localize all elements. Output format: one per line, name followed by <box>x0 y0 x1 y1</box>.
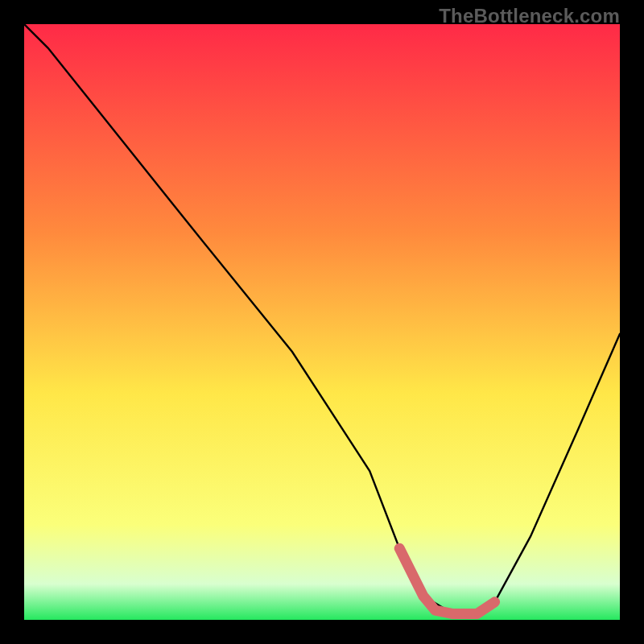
gradient-background <box>24 24 620 620</box>
bottleneck-chart <box>24 24 620 620</box>
chart-area <box>24 24 620 620</box>
